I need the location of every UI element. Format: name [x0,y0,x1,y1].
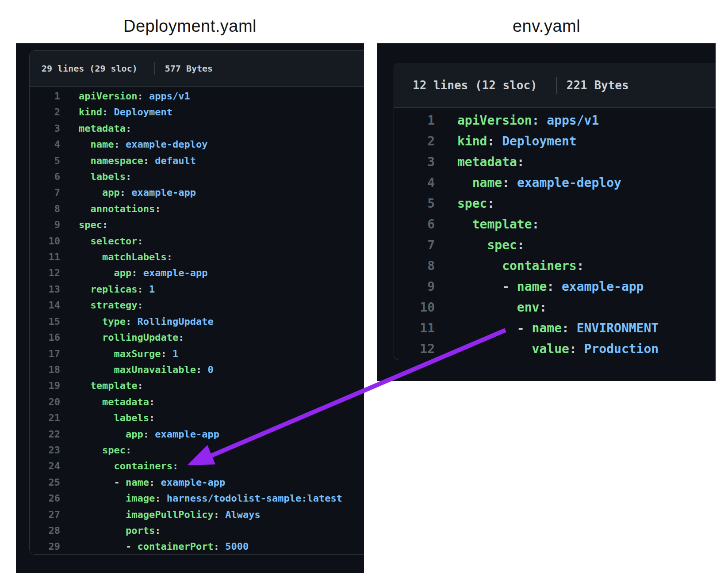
code-text: app: example-app [79,426,219,442]
line-number[interactable]: 9 [394,276,435,297]
env-yaml-panel: 12 lines (12 sloc) 221 Bytes 1apiVersion… [377,43,716,381]
header-divider [556,77,557,94]
file-size-label: 577 Bytes [165,63,213,74]
line-number[interactable]: 22 [30,426,60,442]
code-line: 23 spec: [30,442,364,458]
code-line: 7 spec: [394,235,716,255]
line-number[interactable]: 16 [30,330,60,346]
code-line: 22 app: example-app [30,426,364,442]
code-text: template: [79,378,143,394]
line-number[interactable]: 23 [30,442,60,458]
line-number[interactable]: 19 [30,378,60,394]
code-line: 3metadata: [394,152,716,172]
line-number[interactable]: 21 [30,410,60,426]
line-number[interactable]: 7 [394,235,435,255]
code-line: 24 containers: [30,458,364,474]
line-number[interactable]: 13 [30,281,60,297]
code-text: labels: [79,410,155,426]
code-text: replicas: 1 [79,281,155,297]
line-number[interactable]: 2 [30,104,60,120]
env-yaml-file-header: 12 lines (12 sloc) 221 Bytes [394,63,716,108]
code-text: - name: ENVIRONMENT [457,318,659,339]
line-number[interactable]: 6 [30,169,60,185]
code-text: spec: [457,193,494,214]
line-number[interactable]: 1 [394,110,435,131]
line-number[interactable]: 3 [394,152,435,172]
code-text: env: [457,297,547,318]
line-number[interactable]: 29 [30,539,60,555]
code-line: 27 imagePullPolicy: Always [30,507,364,523]
line-number[interactable]: 10 [30,233,60,249]
code-line: 11 matchLabels: [30,249,364,265]
line-number[interactable]: 6 [394,214,435,235]
line-number[interactable]: 4 [394,172,435,193]
code-text: maxUnavailable: 0 [79,362,214,378]
line-number[interactable]: 25 [30,475,60,491]
line-number[interactable]: 8 [394,255,435,276]
code-text: imagePullPolicy: Always [79,507,261,523]
line-number[interactable]: 24 [30,458,60,474]
code-text: template: [457,214,539,235]
code-text: - name: example-app [457,276,644,297]
line-number[interactable]: 11 [30,249,60,265]
line-number[interactable]: 10 [394,297,435,318]
line-number[interactable]: 5 [394,193,435,214]
code-line: 11 - name: ENVIRONMENT [394,318,716,339]
deployment-yaml-panel: 29 lines (29 sloc) 577 Bytes 1apiVersion… [16,43,364,573]
code-line: 12 value: Production [394,339,716,359]
code-text: kind: Deployment [457,131,577,152]
line-number[interactable]: 26 [30,491,60,506]
code-text: matchLabels: [79,249,172,265]
line-number[interactable]: 15 [30,314,60,330]
line-number[interactable]: 18 [30,362,60,378]
right-file-title: env.yaml [377,17,716,36]
line-number[interactable]: 14 [30,297,60,313]
line-number[interactable]: 3 [30,121,60,137]
code-line: 19 template: [30,378,364,394]
code-line: 14 strategy: [30,297,364,313]
code-text: selector: [79,233,143,249]
line-count-label: 29 lines (29 sloc) [42,63,138,74]
code-text: rollingUpdate: [79,330,184,346]
code-line: 29 - containerPort: 5000 [30,539,364,555]
code-text: value: Production [457,339,659,359]
code-text: app: example-app [79,265,207,281]
code-line: 15 type: RollingUpdate [30,314,364,330]
line-number[interactable]: 12 [394,339,435,359]
code-text: containers: [79,458,178,474]
code-text: app: example-app [79,185,196,201]
code-line: 5spec: [394,193,716,214]
line-number[interactable]: 28 [30,523,60,539]
line-number[interactable]: 1 [30,88,60,104]
code-line: 12 app: example-app [30,265,364,281]
line-number[interactable]: 7 [30,185,60,201]
line-number[interactable]: 9 [30,217,60,233]
page: { "titles": { "left": "Deployment.yaml",… [0,0,728,582]
code-line: 6 labels: [30,169,364,185]
code-text: apiVersion: apps/v1 [79,88,190,104]
code-text: - name: example-app [79,475,225,491]
line-number[interactable]: 20 [30,394,60,410]
code-line: 2kind: Deployment [30,104,364,120]
line-number[interactable]: 2 [394,131,435,152]
code-line: 13 replicas: 1 [30,281,364,297]
line-number[interactable]: 27 [30,507,60,523]
code-line: 10 env: [394,297,716,318]
line-number[interactable]: 4 [30,137,60,152]
code-line: 1apiVersion: apps/v1 [30,88,364,104]
line-number[interactable]: 8 [30,201,60,217]
code-line: 8 annotations: [30,201,364,217]
line-number[interactable]: 5 [30,153,60,169]
code-text: kind: Deployment [79,104,172,120]
line-number[interactable]: 17 [30,346,60,362]
code-line: 10 selector: [30,233,364,249]
code-text: maxSurge: 1 [79,346,178,362]
line-number[interactable]: 11 [394,318,435,339]
code-text: metadata: [79,394,155,410]
code-line: 4 name: example-deploy [394,172,716,193]
env-yaml-file-view: 12 lines (12 sloc) 221 Bytes 1apiVersion… [394,63,716,360]
code-text: spec: [79,442,131,458]
line-count-label: 12 lines (12 sloc) [413,79,537,92]
code-line: 9 - name: example-app [394,276,716,297]
line-number[interactable]: 12 [30,265,60,281]
